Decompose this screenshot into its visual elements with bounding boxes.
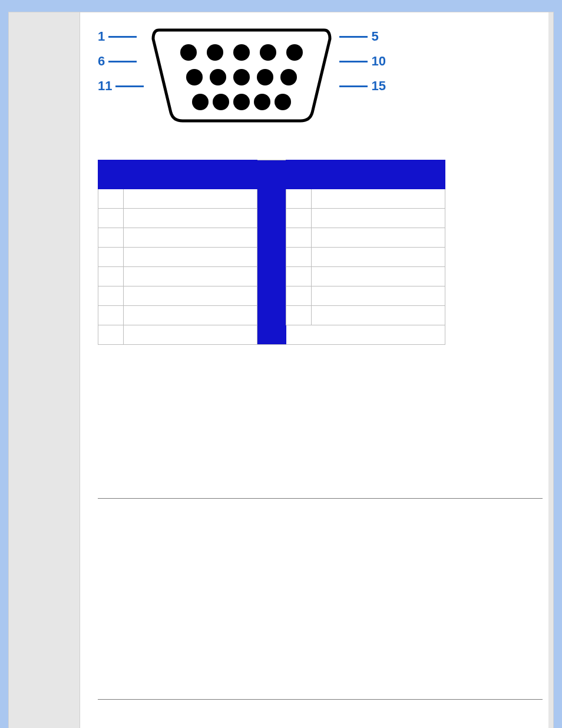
- svg-point-6: [210, 69, 226, 85]
- pin-label-11: 11: [98, 74, 112, 98]
- pin-assignment-table: [98, 160, 445, 345]
- svg-point-14: [275, 94, 291, 110]
- pin-label-5: 5: [371, 24, 378, 49]
- empty-cell: [312, 325, 445, 345]
- cell-pin: [286, 189, 312, 209]
- cell-signal: [124, 286, 257, 306]
- cell-signal: [124, 306, 257, 325]
- section-a: [98, 546, 543, 652]
- svg-point-3: [260, 44, 276, 61]
- db15-connector-icon: [147, 24, 336, 124]
- connector-diagram: 1 6 11: [98, 24, 543, 124]
- cell-signal: [124, 325, 257, 345]
- svg-point-9: [280, 69, 297, 85]
- cell-pin: [286, 228, 312, 248]
- cell-pin: [98, 228, 124, 248]
- cell-pin: [98, 306, 124, 325]
- lead-line: [339, 85, 368, 87]
- cell-pin: [286, 248, 312, 267]
- section-divider: [98, 498, 543, 499]
- cell-pin: [98, 248, 124, 267]
- lead-line: [108, 61, 137, 62]
- svg-point-4: [286, 44, 303, 61]
- th-right-signal: [312, 160, 445, 189]
- svg-point-10: [192, 94, 209, 110]
- table-spacer: [257, 189, 286, 345]
- cell-pin: [98, 209, 124, 228]
- cell-signal: [312, 209, 445, 228]
- pin-label-6: 6: [98, 49, 105, 74]
- cell-signal: [312, 306, 445, 325]
- cell-signal: [124, 209, 257, 228]
- lead-line: [339, 61, 368, 62]
- th-left-signal: [124, 160, 257, 189]
- pin-label-1: 1: [98, 24, 105, 49]
- lead-line: [339, 36, 368, 38]
- cell-pin: [98, 267, 124, 286]
- connector-right-labels: 5 10 15: [336, 24, 385, 98]
- table-row: [98, 189, 445, 209]
- svg-point-13: [254, 94, 270, 110]
- cell-signal: [312, 189, 445, 209]
- cell-pin: [98, 286, 124, 306]
- pin-label-15: 15: [371, 74, 385, 98]
- cell-signal: [312, 248, 445, 267]
- th-left-pin: [98, 160, 124, 189]
- svg-point-7: [233, 69, 250, 85]
- cell-pin: [286, 267, 312, 286]
- cell-pin: [98, 189, 124, 209]
- page-frame: 1 6 11: [8, 12, 554, 728]
- cell-signal: [124, 267, 257, 286]
- cell-pin: [286, 306, 312, 325]
- connector-left-labels: 1 6 11: [98, 24, 147, 98]
- lead-line: [115, 85, 144, 87]
- svg-point-0: [180, 44, 197, 61]
- svg-point-5: [186, 69, 203, 85]
- pin-label-10: 10: [371, 49, 385, 74]
- cell-pin: [286, 209, 312, 228]
- section-divider: [98, 699, 543, 700]
- svg-point-11: [213, 94, 229, 110]
- content-pane: 1 6 11: [80, 12, 548, 728]
- cell-signal: [124, 189, 257, 209]
- svg-point-8: [257, 69, 273, 85]
- cell-signal: [124, 248, 257, 267]
- svg-point-12: [233, 94, 250, 110]
- cell-signal: [312, 228, 445, 248]
- cell-signal: [312, 286, 445, 306]
- table-spacer: [257, 160, 286, 189]
- cell-signal: [124, 228, 257, 248]
- cell-pin: [286, 286, 312, 306]
- empty-cell: [286, 325, 312, 345]
- cell-pin: [98, 325, 124, 345]
- svg-point-2: [233, 44, 250, 61]
- section-gap: [98, 345, 543, 451]
- cell-signal: [312, 267, 445, 286]
- svg-point-1: [207, 44, 223, 61]
- th-right-pin: [286, 160, 312, 189]
- lead-line: [108, 36, 137, 38]
